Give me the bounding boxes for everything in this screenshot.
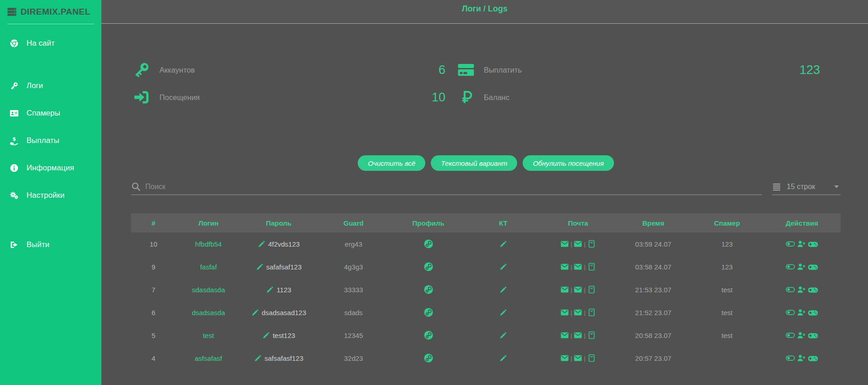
edit-kt-icon[interactable] <box>499 332 507 339</box>
steam-profile-icon[interactable] <box>423 353 434 363</box>
guard-code: 12345 <box>316 324 391 347</box>
table-row: 10 hfbdfb54 4f2vds123 erg43 || 03:59 24.… <box>131 232 841 255</box>
envelope-icon[interactable] <box>574 308 582 316</box>
log-time: 03:59 24.07 <box>616 232 691 255</box>
stat-value: 123 <box>799 63 820 77</box>
envelope-icon[interactable] <box>574 263 582 271</box>
sidebar-item-label: Настройки <box>26 191 64 200</box>
edit-password-icon[interactable] <box>256 263 264 271</box>
edit-kt-icon[interactable] <box>499 263 507 271</box>
envelope-icon[interactable] <box>561 285 569 294</box>
edit-kt-icon[interactable] <box>499 286 507 294</box>
edit-kt-icon[interactable] <box>499 309 507 316</box>
edit-password-icon[interactable] <box>254 354 262 362</box>
column-header-3: Guard <box>316 213 391 232</box>
sidebar-item-site[interactable]: На сайт <box>0 33 101 53</box>
stat-visits: Посещения 10 <box>131 84 445 111</box>
gamepad-icon[interactable] <box>808 285 818 295</box>
toggle-icon[interactable] <box>786 262 795 271</box>
user-times-icon[interactable] <box>797 239 806 248</box>
gamepad-icon[interactable] <box>808 353 818 364</box>
edit-kt-icon[interactable] <box>499 240 507 248</box>
sidebar-item-payouts[interactable]: $ Выплаты <box>0 131 101 151</box>
envelope-icon[interactable] <box>561 331 569 339</box>
envelope-icon[interactable] <box>561 308 569 316</box>
steam-profile-icon[interactable] <box>423 307 434 317</box>
toggle-icon[interactable] <box>786 331 795 340</box>
envelope-open-icon[interactable] <box>587 354 596 362</box>
user-times-icon[interactable] <box>797 285 806 294</box>
edit-kt-icon[interactable] <box>499 354 507 362</box>
gamepad-icon[interactable] <box>808 262 818 272</box>
envelope-icon[interactable] <box>574 285 582 294</box>
steam-profile-icon[interactable] <box>423 330 434 340</box>
row-number: 5 <box>131 324 176 347</box>
sidebar-item-label: На сайт <box>26 39 55 48</box>
search-input[interactable] <box>145 183 762 191</box>
sidebar-item-spamers[interactable]: Спамеры <box>0 103 101 123</box>
column-header-4: Профиль <box>391 213 466 232</box>
login-link[interactable]: asfsafasf <box>195 354 222 362</box>
steam-profile-icon[interactable] <box>423 262 434 272</box>
login-link[interactable]: hfbdfb54 <box>195 240 222 248</box>
envelope-open-icon[interactable] <box>587 331 596 339</box>
user-times-icon[interactable] <box>797 353 806 363</box>
sidebar-item-information[interactable]: Информация <box>0 158 101 178</box>
gamepad-icon[interactable] <box>808 330 818 341</box>
toggle-icon[interactable] <box>786 239 795 248</box>
clear-all-button[interactable]: Очистить всё <box>358 155 425 171</box>
text-variant-button[interactable]: Текстовый вариант <box>431 155 517 171</box>
svg-text:$: $ <box>12 136 16 142</box>
envelope-icon[interactable] <box>561 263 569 271</box>
column-header-7: Время <box>616 213 691 232</box>
stat-label: Посещения <box>159 93 200 102</box>
table-row: 9 fasfaf safafsaf123 4g3g3 || 03:58 24.0… <box>131 255 841 278</box>
sidebar-item-label: Информация <box>26 163 74 173</box>
reset-visits-button[interactable]: Обнулить посещения <box>523 155 614 171</box>
user-times-icon[interactable] <box>797 308 806 317</box>
rows-per-page-select[interactable]: 15 строк <box>772 182 841 195</box>
toggle-icon[interactable] <box>786 308 795 317</box>
envelope-icon[interactable] <box>561 240 569 248</box>
stats-panel: Аккаунтов 6 Выплатить 123 Посещения 10 Б… <box>131 57 841 111</box>
page-title: Логи / Logs <box>462 4 508 14</box>
sidebar-item-settings[interactable]: Настройки <box>0 185 101 206</box>
user-times-icon[interactable] <box>797 331 806 340</box>
user-times-icon[interactable] <box>797 262 806 271</box>
login-link[interactable]: sdasdasda <box>192 286 225 294</box>
table-row: 6 dsadsasda dsadsasad123 sdads || 21:52 … <box>131 301 841 324</box>
steam-profile-icon[interactable] <box>423 285 434 295</box>
gamepad-icon[interactable] <box>808 307 818 318</box>
guard-code: 32d23 <box>316 347 391 369</box>
sidebar-item-logout[interactable]: Выйти <box>0 235 101 255</box>
envelope-icon[interactable] <box>574 331 582 339</box>
password-text: 1123 <box>276 286 291 294</box>
column-header-6: Почта <box>540 213 616 232</box>
gamepad-icon[interactable] <box>808 239 818 249</box>
toggle-icon[interactable] <box>786 285 795 294</box>
spamer-name <box>691 347 763 369</box>
envelope-icon[interactable] <box>574 240 582 248</box>
edit-password-icon[interactable] <box>266 286 274 294</box>
sidebar-item-logs[interactable]: Логи <box>0 76 101 96</box>
envelope-open-icon[interactable] <box>587 263 596 271</box>
login-link[interactable]: dsadsasda <box>192 309 225 316</box>
toggle-icon[interactable] <box>786 353 795 363</box>
sidebar-item-label: Выплаты <box>26 136 59 145</box>
envelope-icon[interactable] <box>561 354 569 362</box>
column-header-2: Пароль <box>241 213 317 232</box>
envelope-icon[interactable] <box>574 354 582 362</box>
column-header-0: # <box>131 213 176 232</box>
envelope-open-icon[interactable] <box>587 285 596 294</box>
steam-profile-icon[interactable] <box>423 239 434 249</box>
edit-password-icon[interactable] <box>262 332 270 339</box>
spamer-name: 123 <box>691 232 763 255</box>
envelope-open-icon[interactable] <box>587 240 596 248</box>
guard-code: 33333 <box>316 278 391 301</box>
edit-password-icon[interactable] <box>258 240 265 248</box>
envelope-open-icon[interactable] <box>587 308 596 316</box>
edit-password-icon[interactable] <box>251 309 259 316</box>
login-link[interactable]: test <box>203 332 214 339</box>
login-link[interactable]: fasfaf <box>200 263 217 271</box>
password-text: dsadsasad123 <box>262 309 307 316</box>
